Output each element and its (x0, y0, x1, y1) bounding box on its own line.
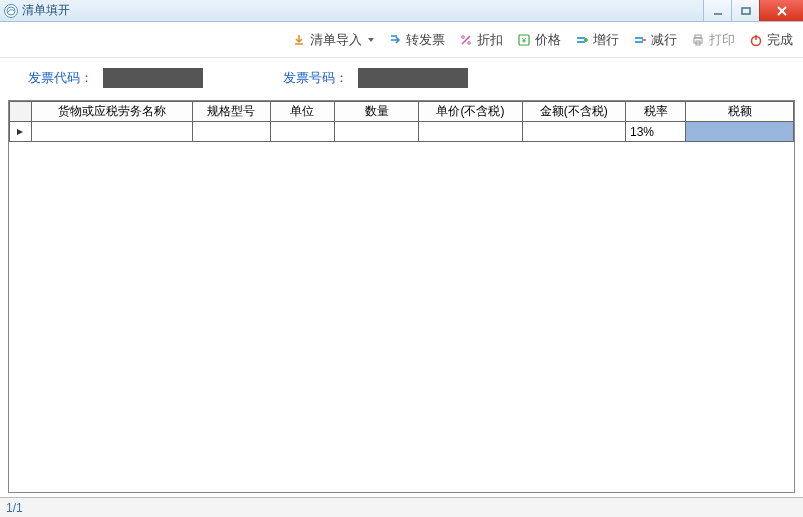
cell-qty[interactable] (335, 122, 419, 142)
svg-rect-12 (635, 41, 643, 43)
page-indicator: 1/1 (6, 501, 23, 515)
invoice-num-label: 发票号码： (283, 69, 348, 87)
cell-amount[interactable] (522, 122, 625, 142)
discount-icon (459, 33, 473, 47)
to-invoice-button[interactable]: 转发票 (388, 31, 445, 49)
svg-rect-2 (742, 8, 750, 14)
close-button[interactable] (759, 0, 803, 21)
th-name[interactable]: 货物或应税劳务名称 (31, 102, 193, 122)
finish-label: 完成 (767, 31, 793, 49)
th-rate[interactable]: 税率 (625, 102, 685, 122)
svg-rect-11 (635, 37, 643, 39)
svg-rect-14 (695, 35, 701, 38)
to-invoice-label: 转发票 (406, 31, 445, 49)
del-row-label: 减行 (651, 31, 677, 49)
discount-label: 折扣 (477, 31, 503, 49)
window-controls (703, 0, 803, 21)
del-row-button[interactable]: 减行 (633, 31, 677, 49)
import-label: 清单导入 (310, 31, 362, 49)
row-header-blank (10, 102, 32, 122)
cell-unit[interactable] (270, 122, 335, 142)
svg-point-6 (468, 41, 471, 44)
chevron-down-icon (368, 38, 374, 42)
th-spec[interactable]: 规格型号 (193, 102, 271, 122)
grid-container: 货物或应税劳务名称 规格型号 单位 数量 单价(不含税) 金额(不含税) 税率 … (8, 100, 795, 493)
price-label: 价格 (535, 31, 561, 49)
finish-button[interactable]: 完成 (749, 31, 793, 49)
invoice-code-value (103, 68, 203, 88)
items-table[interactable]: 货物或应税劳务名称 规格型号 单位 数量 单价(不含税) 金额(不含税) 税率 … (9, 101, 794, 142)
discount-button[interactable]: 折扣 (459, 31, 503, 49)
svg-rect-9 (577, 37, 585, 39)
invoice-info: 发票代码： 发票号码： (0, 58, 803, 98)
add-row-icon (575, 33, 589, 47)
print-button[interactable]: 打印 (691, 31, 735, 49)
table-header-row: 货物或应税劳务名称 规格型号 单位 数量 单价(不含税) 金额(不含税) 税率 … (10, 102, 794, 122)
import-button[interactable]: 清单导入 (292, 31, 374, 49)
app-icon (4, 4, 18, 18)
add-row-label: 增行 (593, 31, 619, 49)
row-pointer-icon (10, 122, 32, 142)
window-title: 清单填开 (22, 2, 70, 19)
th-qty[interactable]: 数量 (335, 102, 419, 122)
add-row-button[interactable]: 增行 (575, 31, 619, 49)
th-unit[interactable]: 单位 (270, 102, 335, 122)
title-bar: 清单填开 (0, 0, 803, 22)
svg-point-5 (462, 35, 465, 38)
invoice-num-value (358, 68, 468, 88)
cell-name[interactable] (31, 122, 193, 142)
status-bar: 1/1 (0, 497, 803, 517)
table-row[interactable]: 13% (10, 122, 794, 142)
svg-text:¥: ¥ (521, 36, 527, 45)
print-label: 打印 (709, 31, 735, 49)
cell-rate[interactable]: 13% (625, 122, 685, 142)
import-icon (292, 33, 306, 47)
finish-icon (749, 33, 763, 47)
th-amount[interactable]: 金额(不含税) (522, 102, 625, 122)
maximize-button[interactable] (731, 0, 759, 21)
minimize-button[interactable] (703, 0, 731, 21)
print-icon (691, 33, 705, 47)
price-icon: ¥ (517, 33, 531, 47)
th-price[interactable]: 单价(不含税) (419, 102, 522, 122)
del-row-icon (633, 33, 647, 47)
svg-rect-10 (577, 41, 585, 43)
th-tax[interactable]: 税额 (686, 102, 794, 122)
to-invoice-icon (388, 33, 402, 47)
invoice-code-label: 发票代码： (28, 69, 93, 87)
cell-price[interactable] (419, 122, 522, 142)
cell-tax[interactable] (686, 122, 794, 142)
price-button[interactable]: ¥ 价格 (517, 31, 561, 49)
toolbar: 清单导入 转发票 折扣 ¥ 价格 增行 减行 打印 完成 (0, 22, 803, 58)
cell-spec[interactable] (193, 122, 271, 142)
